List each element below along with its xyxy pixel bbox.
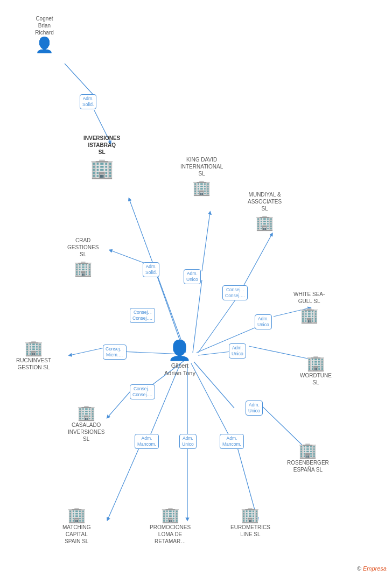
- badge-consej-consej-2: Consej. .Consej.…: [130, 308, 155, 323]
- svg-line-0: [65, 64, 94, 96]
- badge-adm-unico-3: Adm.Unico: [229, 343, 246, 359]
- building-icon-promociones: 🏢: [161, 506, 180, 524]
- badge-adm-mancom-1: Adm.Mancom.: [135, 434, 159, 449]
- building-icon-matching: 🏢: [67, 506, 86, 524]
- diagram-container: Cognet Brian Richard 👤 INVERSIONES ISTAB…: [0, 0, 392, 576]
- node-crad-gestiones: CRAD GESTIONES SL 🏢: [67, 237, 99, 277]
- connection-lines: [0, 0, 392, 576]
- svg-line-17: [194, 362, 234, 408]
- node-gilbert: 👤 Gilbert Adrian Tony: [164, 339, 195, 379]
- node-cognet: Cognet Brian Richard 👤: [35, 15, 54, 53]
- node-eurometrics: 🏢 EUROMETRICS LINE SL: [230, 506, 270, 539]
- building-icon-rosenberger: 🏢: [298, 441, 317, 459]
- node-wordtune: 🏢 WORDTUNE SL: [300, 354, 332, 388]
- watermark: © Empresa: [357, 565, 387, 572]
- badge-adm-solid-1: Adm.Solid.: [80, 94, 96, 109]
- badge-adm-mancom-2: Adm.Mancom.: [220, 434, 244, 449]
- building-icon-crad: 🏢: [74, 259, 93, 277]
- svg-line-6: [242, 234, 272, 288]
- svg-line-23: [191, 363, 232, 440]
- building-icon-mundiyal: 🏢: [255, 214, 274, 231]
- person-icon-gilbert: 👤: [167, 339, 192, 362]
- svg-line-20: [108, 446, 140, 519]
- building-icon-eurometrics: 🏢: [241, 506, 260, 524]
- node-rosenberger: 🏢 ROSENBERGER ESPAÑA SL: [287, 441, 329, 475]
- badge-adm-unico-4: Adm.Unico: [246, 401, 263, 416]
- building-icon-white-seagull: 🏢: [300, 306, 319, 324]
- badge-consej-miem: Consej. .Miem.…: [103, 345, 127, 360]
- node-matching-capital: 🏢 MATCHING CAPITAL SPAIN SL: [62, 506, 91, 546]
- building-icon-rucninvest: 🏢: [24, 339, 43, 357]
- building-icon-wordtune: 🏢: [306, 354, 325, 372]
- badge-adm-unico-5: Adm.Unico: [179, 434, 197, 449]
- svg-line-12: [70, 347, 107, 355]
- badge-adm-unico-1: Adm.Unico: [184, 269, 201, 284]
- badge-consej-consej-3: Consej. .Consej.…: [130, 384, 155, 399]
- building-icon-king-david: 🏢: [192, 179, 211, 196]
- node-inversiones-istabraq: INVERSIONES ISTABRAQ SL 🏢: [83, 135, 120, 180]
- svg-line-4: [202, 213, 210, 271]
- badge-adm-unico-2: Adm.Unico: [255, 314, 272, 329]
- node-promociones-loma: 🏢 PROMOCIONES LOMA DE RETAMAR…: [150, 506, 191, 546]
- person-icon-cognet: 👤: [35, 38, 54, 53]
- node-white-seagull: WHITE SEA- GULL SL 🏢: [293, 291, 325, 324]
- building-icon-istabraq: 🏢: [90, 157, 114, 180]
- badge-adm-solid-2: Adm.Solid.: [143, 262, 159, 277]
- badge-consej-consej-1: Consej. .Consej.…: [222, 285, 248, 300]
- node-casalado: 🏢 CASALADO INVERSIONES SL: [68, 404, 104, 444]
- building-icon-casalado: 🏢: [77, 404, 96, 422]
- svg-line-8: [110, 250, 146, 264]
- node-mundiyal: MUNDIYAL & ASSOCIATES SL 🏢: [248, 191, 282, 231]
- node-rucninvest: 🏢 RUCNINVEST GESTION SL: [16, 339, 51, 373]
- node-king-david: KING DAVID INTERNATIONAL SL 🏢: [180, 156, 223, 196]
